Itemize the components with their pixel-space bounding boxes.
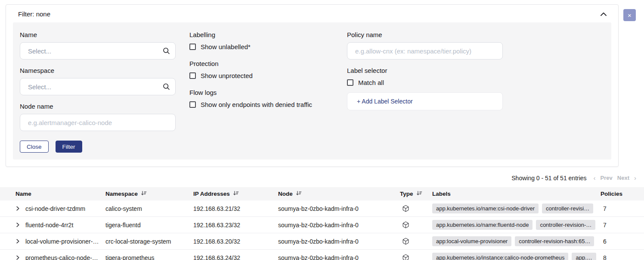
workload-endpoint-type-icon bbox=[402, 239, 409, 245]
chevron-up-icon bbox=[600, 11, 607, 18]
collapse-panel-button[interactable] bbox=[599, 11, 608, 17]
column-header-policies: Policies bbox=[601, 191, 644, 197]
endpoint-name: prometheus-calico-node-… bbox=[25, 254, 98, 260]
label-chip: controller-revision-hash:65… bbox=[515, 236, 594, 246]
node-name-field-label: Node name bbox=[20, 103, 176, 110]
endpoint-node: soumya-bz-0zbo-kadm-infra-0 bbox=[278, 254, 400, 260]
endpoint-name: csi-node-driver-tzdmm bbox=[25, 205, 85, 212]
show-unlabelled-checkbox[interactable] bbox=[189, 44, 196, 50]
workload-endpoint-type-icon bbox=[402, 223, 409, 229]
label-chip: app:local-volume-provisioner bbox=[432, 236, 511, 246]
table-row[interactable]: prometheus-calico-node-… tigera-promethe… bbox=[0, 250, 644, 260]
endpoint-ip: 192.168.63.23/32 bbox=[193, 222, 278, 229]
endpoint-node: soumya-bz-0zbo-kadm-infra-0 bbox=[278, 238, 400, 245]
filter-panel-header: Filter: none bbox=[6, 5, 618, 22]
policies-count: 8 bbox=[601, 254, 644, 260]
filter-col-right: Policy name Label selector Match all + A… bbox=[347, 31, 503, 110]
node-name-input[interactable] bbox=[20, 114, 176, 131]
protection-heading: Protection bbox=[189, 60, 333, 67]
search-icon bbox=[163, 47, 170, 55]
label-chip: app.kubernetes.io/name:csi-node-driver bbox=[432, 204, 539, 213]
endpoint-ip: 192.168.63.21/32 bbox=[193, 205, 278, 212]
endpoint-node: soumya-bz-0zbo-kadm-infra-0 bbox=[278, 222, 400, 229]
showing-entries-text: Showing 0 - 51 of 51 entries bbox=[511, 175, 586, 182]
label-chip: app.kubernetes.io/name:fluentd-node bbox=[432, 220, 533, 230]
filter-panel: Filter: none Name Namespace bbox=[6, 4, 619, 167]
denied-traffic-checkbox[interactable] bbox=[189, 101, 196, 108]
row-expand-chevron-icon[interactable] bbox=[15, 206, 20, 211]
next-button[interactable]: Next bbox=[617, 175, 629, 181]
endpoint-namespace: calico-system bbox=[105, 205, 193, 212]
row-expand-chevron-icon[interactable] bbox=[15, 222, 20, 227]
label-selector-heading: Label selector bbox=[347, 67, 503, 74]
workload-endpoint-type-icon bbox=[402, 256, 409, 260]
policies-count: 7 bbox=[601, 205, 644, 212]
table-meta-row: Showing 0 - 51 of 51 entries ‹ Prev Next… bbox=[0, 167, 644, 187]
show-unprotected-label: Show unprotected bbox=[201, 72, 253, 79]
sort-icon[interactable] bbox=[416, 190, 422, 197]
endpoint-name: local-volume-provisioner-… bbox=[25, 238, 99, 245]
filter-col-middle: Labelling Show unlabelled* Protection Sh… bbox=[189, 31, 333, 118]
row-expand-chevron-icon[interactable] bbox=[15, 239, 20, 244]
column-header-name: Name bbox=[15, 191, 105, 197]
filter-col-left: Name Namespace Node name bbox=[20, 31, 176, 153]
dismiss-panel-button[interactable]: × bbox=[623, 9, 636, 21]
policy-name-field-label: Policy name bbox=[347, 31, 503, 38]
column-header-type[interactable]: Type bbox=[400, 190, 432, 197]
filter-form: Name Namespace Node name bbox=[13, 22, 611, 160]
endpoint-namespace: crc-local-storage-system bbox=[105, 238, 193, 245]
prev-chevron-icon[interactable]: ‹ bbox=[594, 174, 596, 182]
namespace-field-label: Namespace bbox=[20, 67, 176, 74]
label-chip: controller-revision-… bbox=[536, 220, 595, 230]
workload-endpoint-type-icon bbox=[402, 207, 409, 212]
name-select-input[interactable] bbox=[20, 42, 176, 60]
search-icon bbox=[163, 83, 170, 91]
add-label-selector-button[interactable]: + Add Label Selector bbox=[347, 92, 503, 110]
filter-title: Filter: none bbox=[18, 10, 50, 18]
flow-logs-heading: Flow logs bbox=[189, 89, 333, 96]
denied-traffic-label: Show only endpoints with denied traffic bbox=[201, 101, 312, 108]
close-button[interactable]: Close bbox=[20, 141, 49, 153]
column-header-labels: Labels bbox=[432, 191, 601, 197]
prev-button[interactable]: Prev bbox=[601, 175, 613, 181]
column-header-ip-addresses[interactable]: IP Addresses bbox=[193, 190, 278, 197]
column-header-node[interactable]: Node bbox=[278, 190, 400, 197]
next-chevron-icon[interactable]: › bbox=[634, 174, 636, 182]
sort-icon[interactable] bbox=[141, 190, 147, 197]
column-header-namespace[interactable]: Namespace bbox=[105, 190, 193, 197]
show-unprotected-checkbox[interactable] bbox=[189, 72, 196, 79]
sort-icon[interactable] bbox=[296, 190, 302, 197]
label-chip: controller-revisi… bbox=[542, 204, 593, 213]
endpoint-namespace: tigera-prometheus bbox=[105, 254, 193, 260]
show-unlabelled-label: Show unlabelled* bbox=[201, 43, 251, 50]
pagination: ‹ Prev Next › bbox=[594, 174, 636, 182]
table-row[interactable]: fluentd-node-4rr2t tigera-fluentd 192.16… bbox=[0, 217, 644, 233]
sort-icon[interactable] bbox=[233, 190, 239, 197]
label-chip: app.… bbox=[572, 253, 596, 260]
match-all-label: Match all bbox=[358, 79, 384, 86]
row-expand-chevron-icon[interactable] bbox=[15, 255, 20, 260]
policy-name-input[interactable] bbox=[347, 42, 503, 60]
endpoints-table: Name Namespace IP Addresses Node Type La… bbox=[0, 187, 644, 260]
close-icon: × bbox=[628, 12, 632, 19]
table-row[interactable]: local-volume-provisioner-… crc-local-sto… bbox=[0, 233, 644, 250]
policies-count: 6 bbox=[601, 238, 644, 245]
endpoint-node: soumya-bz-0zbo-kadm-infra-0 bbox=[278, 205, 400, 212]
match-all-checkbox[interactable] bbox=[347, 79, 353, 86]
table-row[interactable]: csi-node-driver-tzdmm calico-system 192.… bbox=[0, 200, 644, 217]
endpoint-ip: 192.168.63.20/32 bbox=[193, 238, 278, 245]
table-header-row: Name Namespace IP Addresses Node Type La… bbox=[0, 187, 644, 200]
name-field-label: Name bbox=[20, 31, 176, 38]
label-chip: app.kubernetes.io/instance:calico-node-p… bbox=[432, 253, 568, 260]
endpoint-name: fluentd-node-4rr2t bbox=[25, 222, 73, 229]
namespace-select-input[interactable] bbox=[20, 78, 176, 95]
labelling-heading: Labelling bbox=[189, 31, 333, 38]
policies-count: 7 bbox=[601, 222, 644, 229]
endpoint-namespace: tigera-fluentd bbox=[105, 222, 193, 229]
filter-panel-region: Filter: none Name Namespace bbox=[0, 0, 644, 167]
endpoint-ip: 192.168.63.24/32 bbox=[193, 254, 278, 260]
filter-button[interactable]: Filter bbox=[56, 141, 82, 153]
